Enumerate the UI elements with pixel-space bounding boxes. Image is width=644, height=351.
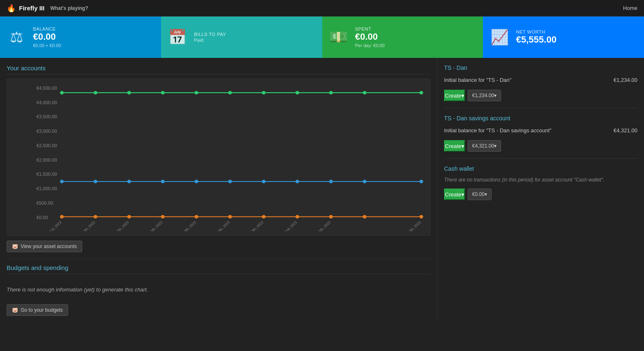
account-ts-dan-savings-amount-button[interactable]: €4,321.00 ▾ [468,140,501,152]
spent-value: €0.00 [355,31,385,42]
svg-text:November 30th, 2022: November 30th, 2022 [394,220,422,231]
account-cash-wallet: Cash wallet There are no transactions (i… [444,165,637,207]
spent-label: SPENT [355,26,385,31]
view-asset-accounts-button[interactable]: 🐷 View your asset accounts [7,241,82,252]
svg-point-28 [329,91,333,94]
account-cash-wallet-no-trans: There are no transactions (in this perio… [444,175,637,184]
main-right: TS - Dan Initial balance for "TS - Dan" … [437,58,644,322]
account-cash-wallet-create-button[interactable]: Create ▾ [444,189,465,200]
svg-point-44 [127,215,131,218]
dropdown-arrow-icon: ▾ [494,143,497,149]
accounts-chart: €4,500.00 €4,000.00 €3,500.00 €3,000.00 … [7,79,430,236]
create-label: Create [445,191,461,198]
nav-home[interactable]: Home [623,5,637,11]
svg-point-40 [363,180,366,183]
balance-value: €0.00 [33,31,61,42]
bills-info: BILLS TO PAY Paid: [194,32,226,43]
go-to-budgets-label: Go to your budgets [21,307,63,313]
dropdown-arrow-icon: ▾ [494,93,497,98]
svg-point-29 [363,91,366,94]
svg-text:November 7th, 2022: November 7th, 2022 [103,220,130,231]
piggy-icon: 🐷 [12,244,18,249]
dropdown-arrow-icon: ▾ [485,191,487,197]
svg-point-39 [329,180,333,183]
svg-text:€1,000.00: €1,000.00 [36,186,57,191]
svg-text:€2,000.00: €2,000.00 [36,158,57,162]
app-subtitle: What's playing? [50,5,88,11]
svg-point-27 [295,91,299,94]
svg-point-47 [228,215,232,218]
main-left: Your accounts €4,500.00 €4,000.00 €3,500… [0,58,437,322]
account-ts-dan-transaction-row: Initial balance for "TS - Dan" €1,234.00 [444,74,637,86]
svg-point-42 [60,215,64,218]
account-ts-dan-btn-row: Create ▾ €1,234.00 ▾ [444,90,637,101]
account-ts-dan-savings-btn-row: Create ▾ €4,321.00 ▾ [444,140,637,152]
budgets-section: Budgets and spending There is not enough… [7,259,430,316]
svg-point-20 [60,91,64,94]
svg-point-26 [262,91,266,94]
svg-text:€3,000.00: €3,000.00 [36,129,57,134]
go-to-budgets-button[interactable]: 🐷 Go to your budgets [7,304,68,316]
svg-point-36 [228,180,232,183]
spent-sub: Per day: €0.00 [355,43,385,48]
svg-text:€500.00: €500.00 [36,201,53,205]
svg-point-38 [295,180,299,183]
svg-point-35 [195,180,198,183]
piggy-icon-budget: 🐷 [12,307,18,313]
svg-text:November 1st, 2022: November 1st, 2022 [36,220,62,231]
main-layout: Your accounts €4,500.00 €4,000.00 €3,500… [0,58,644,322]
svg-point-23 [161,91,165,94]
account-ts-dan-savings-transaction-row: Initial balance for "TS - Dan savings ac… [444,125,637,136]
dropdown-arrow-icon: ▾ [461,143,464,149]
svg-point-24 [195,91,198,94]
accounts-chart-svg: €4,500.00 €4,000.00 €3,500.00 €3,000.00 … [11,83,426,231]
svg-text:November 19th, 2022: November 19th, 2022 [236,220,264,231]
svg-text:November 10th, 2022: November 10th, 2022 [135,220,164,231]
balance-label: BALANCE [33,26,61,31]
svg-point-48 [262,215,266,218]
amount-label: €1,234.00 [472,93,494,98]
svg-point-22 [127,91,131,94]
svg-point-51 [363,215,366,218]
account-cash-wallet-amount-button[interactable]: €0.00 ▾ [468,189,492,200]
budgets-no-data: There is not enough information (yet) to… [7,278,430,301]
svg-point-50 [329,215,333,218]
view-asset-accounts-label: View your asset accounts [21,244,77,249]
svg-text:€4,500.00: €4,500.00 [36,86,57,91]
svg-text:€1,500.00: €1,500.00 [36,172,57,177]
svg-text:November 25th, 2022: November 25th, 2022 [304,220,332,231]
svg-point-30 [419,91,423,94]
svg-point-33 [127,180,131,183]
networth-info: NET WORTH €5,555.00 [516,29,556,45]
stat-card-spent: 💵 SPENT €0.00 Per day: €0.00 [322,17,483,58]
account-ts-dan-amount-button[interactable]: €1,234.00 ▾ [468,90,501,101]
account-ts-dan-title: TS - Dan [444,64,637,71]
svg-text:€2,500.00: €2,500.00 [36,143,57,148]
account-ts-dan-savings-create-button[interactable]: Create ▾ [444,140,465,152]
networth-value: €5,555.00 [516,34,556,45]
svg-point-41 [419,180,423,183]
balance-sub: €0.00 + €0.00 [33,43,61,48]
create-label: Create [445,93,461,99]
svg-text:€0.00: €0.00 [36,215,48,220]
stat-card-balance: ⚖ BALANCE €0.00 €0.00 + €0.00 [0,17,161,58]
svg-point-31 [60,180,64,183]
bills-sub: Paid: [194,38,226,43]
account-ts-dan-savings-transaction-label: Initial balance for "TS - Dan savings ac… [444,127,551,134]
account-ts-dan-create-button[interactable]: Create ▾ [444,90,465,101]
budgets-section-title: Budgets and spending [7,264,430,274]
topnav: 🔥 Firefly III What's playing? Home [0,0,644,17]
svg-point-52 [419,215,423,218]
flame-icon: 🔥 [7,4,16,13]
svg-point-37 [262,180,266,183]
account-ts-dan-savings-title: TS - Dan savings account [444,115,637,122]
svg-point-45 [161,215,165,218]
networth-icon: 📈 [490,29,509,46]
account-cash-wallet-btn-row: Create ▾ €0.00 ▾ [444,189,637,200]
svg-text:€3,500.00: €3,500.00 [36,115,57,119]
stat-card-networth: 📈 NET WORTH €5,555.00 [483,17,644,58]
svg-text:€4,000.00: €4,000.00 [36,100,57,105]
stat-cards-row: ⚖ BALANCE €0.00 €0.00 + €0.00 📅 BILLS TO… [0,17,644,58]
svg-point-46 [195,215,198,218]
bills-icon: 📅 [168,29,188,46]
